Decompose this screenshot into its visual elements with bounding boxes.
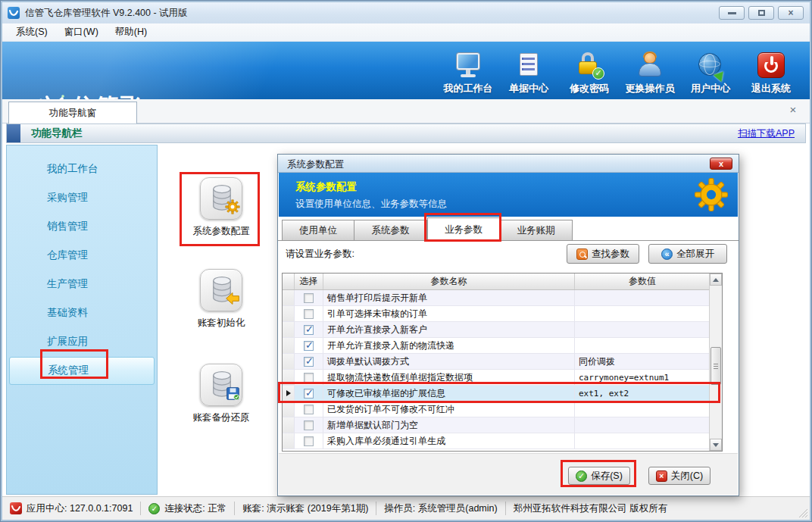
row-indicator-cell — [283, 417, 295, 433]
param-value-cell — [575, 402, 710, 417]
table-row[interactable]: 新增单据默认部门为空 — [283, 417, 722, 433]
checkbox[interactable] — [304, 293, 314, 303]
tab-function-navigator[interactable]: 功能导航窗 — [8, 102, 137, 123]
toolbar-document-center[interactable]: 单据中心 — [501, 51, 557, 97]
sidebar-item-purchase[interactable]: 采购管理 — [9, 184, 155, 212]
table-row[interactable]: 采购入库单必须通过引单生成 — [283, 433, 722, 449]
feature-system-params[interactable]: 系统参数配置 — [176, 177, 267, 238]
table-row[interactable]: 提取物流快递数值到单据指定数据项carrymoney=extnum1 — [283, 370, 722, 386]
row-indicator-cell — [283, 354, 295, 369]
header-param-value: 参数值 — [575, 274, 710, 289]
param-value-cell: ext1, ext2 — [575, 386, 710, 401]
scrollbar-thumb[interactable] — [710, 347, 721, 385]
dialog-tabs: 使用单位 系统参数 业务参数 业务账期 — [282, 217, 573, 241]
table-row[interactable]: 开单允许直接录入新的物流快递 — [283, 338, 722, 354]
sidebar-item-basic-data[interactable]: 基础资料 — [9, 299, 155, 327]
dialog-titlebar: 系统参数配置 x — [278, 155, 739, 173]
tab-system-params[interactable]: 系统参数 — [354, 220, 427, 241]
tab-company-info[interactable]: 使用单位 — [282, 220, 354, 241]
table-row[interactable]: 调拨单默认调拨方式同价调拨 — [283, 354, 722, 370]
dialog-close-button[interactable]: x — [710, 158, 732, 170]
vertical-scrollbar[interactable] — [709, 274, 722, 451]
sidebar-item-extensions[interactable]: 扩展应用 — [9, 328, 155, 356]
param-name-cell: 引单可选择未审核的订单 — [323, 306, 575, 321]
toolbar-user-center[interactable]: 用户中心 — [682, 51, 739, 97]
checkbox[interactable] — [304, 373, 314, 383]
sidebar-item-system-management[interactable]: 系统管理 — [9, 357, 155, 385]
checkbox[interactable] — [304, 405, 314, 414]
scroll-down-button[interactable] — [710, 439, 722, 451]
toolbar-change-password[interactable]: ✓ 修改密码 — [561, 51, 617, 97]
checkbox[interactable] — [304, 341, 314, 351]
tab-business-period[interactable]: 业务账期 — [500, 220, 573, 241]
gear-icon — [694, 177, 729, 212]
save-button[interactable]: ✓ 保存(S) — [568, 467, 630, 485]
header-toolbar: 我的工作台 单据中心 ✓ 修改密码 更换操作员 — [440, 51, 799, 97]
menu-help[interactable]: 帮助(H) — [108, 23, 155, 41]
change-password-icon: ✓ — [576, 52, 603, 78]
menu-system[interactable]: 系统(S) — [8, 23, 55, 41]
checkbox[interactable] — [304, 436, 314, 446]
row-checkbox-cell — [295, 354, 323, 369]
checkbox[interactable] — [304, 389, 314, 399]
close-dialog-button[interactable]: × 关闭(C) — [648, 467, 710, 485]
close-x-icon: × — [656, 470, 667, 482]
status-account-set: 账套: 演示账套 (2019年第1期) — [235, 502, 376, 515]
find-params-button[interactable]: 查找参数 — [567, 244, 639, 264]
tab-business-params[interactable]: 业务参数 — [427, 217, 500, 241]
sidebar-item-warehouse[interactable]: 仓库管理 — [9, 242, 155, 270]
table-body: 销售单打印后提示开新单引单可选择未审核的订单开单允许直接录入新客户开单允许直接录… — [283, 290, 722, 449]
toolbar-label: 用户中心 — [691, 82, 730, 95]
status-connection: ✓ 连接状态: 正常 — [141, 502, 234, 515]
table-row[interactable]: 销售单打印后提示开新单 — [283, 290, 722, 306]
header-indicator-cell — [283, 274, 295, 289]
minimize-icon — [728, 12, 736, 14]
sidebar-item-production[interactable]: 生产管理 — [9, 270, 155, 299]
checkbox[interactable] — [304, 325, 314, 335]
header-param-name: 参数名称 — [323, 274, 575, 289]
table-row[interactable]: 开单允许直接录入新客户 — [283, 322, 722, 338]
close-icon: × — [788, 8, 793, 17]
sidebar-item-my-workbench[interactable]: 我的工作台 — [9, 155, 155, 183]
app-window: 信管飞仓库管理软件 V9.2.400 - 试用版 × 系统(S) 窗口(W) 帮… — [0, 0, 812, 522]
scroll-up-button[interactable] — [710, 274, 722, 286]
checkbox[interactable] — [304, 357, 314, 367]
toolbar-label: 退出系统 — [751, 82, 791, 95]
maximize-button[interactable] — [748, 6, 774, 20]
checkbox[interactable] — [304, 420, 314, 430]
menu-window[interactable]: 窗口(W) — [57, 23, 106, 41]
checkbox[interactable] — [304, 309, 314, 319]
toolbar-label: 我的工作台 — [444, 82, 493, 95]
param-value-cell: carrymoney=extnum1 — [575, 370, 710, 385]
param-value-cell — [575, 306, 710, 321]
triangle-down-icon — [713, 443, 719, 447]
toolbar-switch-operator[interactable]: 更换操作员 — [622, 51, 678, 97]
tabstrip-close-icon[interactable]: × — [787, 104, 799, 116]
toolbar-exit-system[interactable]: 退出系统 — [743, 51, 799, 97]
system-params-dialog: 系统参数配置 x 系统参数配置 设置使用单位信息、业务参数等信息 使用单位 系统… — [277, 154, 739, 496]
minimize-button[interactable] — [719, 6, 745, 20]
dialog-title: 系统参数配置 — [287, 158, 344, 171]
param-name-cell: 开单允许直接录入新的物流快递 — [323, 338, 575, 353]
table-row[interactable]: 可修改已审核单据的扩展信息ext1, ext2 — [283, 386, 722, 402]
toolbar-my-workbench[interactable]: 我的工作台 — [440, 51, 496, 97]
expand-all-button[interactable]: « 全部展开 — [648, 244, 727, 264]
table-row[interactable]: 引单可选择未审核的订单 — [283, 306, 722, 322]
params-prompt: 请设置业务参数: — [286, 248, 354, 261]
expand-all-label: 全部展开 — [676, 248, 714, 261]
close-x-icon: x — [719, 159, 723, 168]
feature-account-backup[interactable]: 账套备份还原 — [176, 364, 267, 424]
sidebar-item-sales[interactable]: 销售管理 — [9, 213, 155, 241]
dialog-banner: 系统参数配置 设置使用单位信息、业务参数等信息 — [279, 173, 738, 217]
table-row[interactable]: 已发货的订单不可修改不可红冲 — [283, 402, 722, 417]
row-indicator-cell — [283, 338, 295, 353]
resize-grip[interactable] — [798, 508, 807, 517]
feature-label: 账套初始化 — [176, 317, 267, 330]
row-indicator-cell — [283, 386, 295, 401]
toolbar-label: 修改密码 — [570, 82, 609, 95]
row-checkbox-cell — [295, 402, 323, 417]
find-params-label: 查找参数 — [592, 248, 629, 261]
close-button[interactable]: × — [778, 6, 804, 20]
scan-download-app-link[interactable]: 扫描下载APP — [738, 127, 795, 140]
feature-account-init[interactable]: 账套初始化 — [176, 269, 267, 330]
